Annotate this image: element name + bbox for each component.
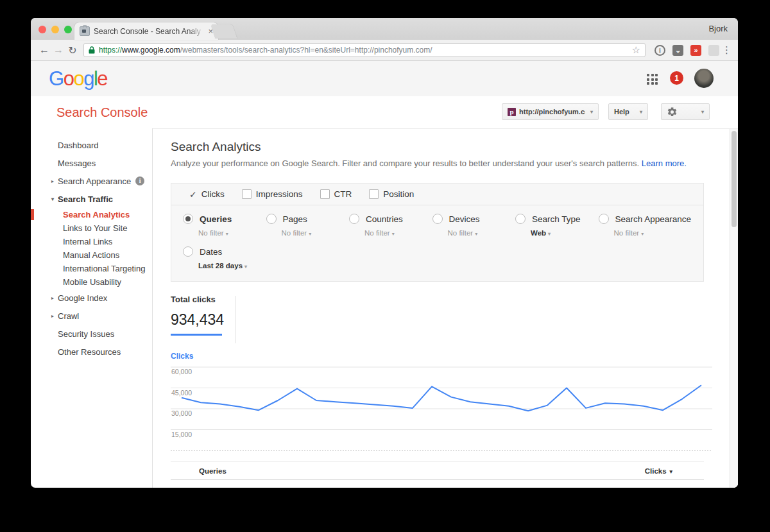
total-clicks-label: Total clicks	[171, 295, 224, 304]
filter-dropdown-dates[interactable]: Last 28 days▾	[198, 262, 703, 270]
totals-divider	[235, 296, 235, 343]
sidebar-item-security-issues[interactable]: Security Issues	[31, 325, 152, 343]
tab-strip: Search Console - Search Analy × Bjork	[31, 18, 738, 40]
dimension-label[interactable]: Pages	[283, 214, 307, 224]
scrollbar[interactable]	[730, 129, 738, 488]
sidebar-item-label: Messages	[58, 159, 96, 168]
total-clicks-card[interactable]: Total clicks 934,434	[171, 295, 224, 336]
dimension-label[interactable]: Countries	[366, 214, 403, 224]
checkbox-empty[interactable]	[369, 189, 379, 199]
checkmark-icon[interactable]: ✓	[189, 189, 197, 200]
new-tab-button[interactable]	[210, 24, 237, 39]
metric-label: Impressions	[256, 189, 303, 199]
radio-dates[interactable]	[183, 246, 193, 257]
info-icon[interactable]: i	[135, 176, 144, 185]
checkbox-empty[interactable]	[242, 189, 252, 199]
sidebar-item-mobile-usability[interactable]: Mobile Usability	[31, 275, 152, 289]
chevron-down-icon: ▾	[590, 109, 593, 115]
filter-dropdown-search-type[interactable]: Web▾	[531, 229, 599, 237]
google-logo[interactable]: Google	[49, 67, 107, 90]
radio-search-appearance[interactable]	[599, 214, 609, 224]
browser-menu-icon[interactable]: ⋮	[722, 44, 732, 56]
metric-toggle-ctr[interactable]: CTR	[320, 189, 352, 199]
browser-tab[interactable]: Search Console - Search Analy ×	[74, 22, 218, 40]
dates-row: DatesLast 28 days▾	[171, 237, 703, 270]
radio-queries[interactable]	[183, 214, 193, 224]
fastforward-extension-icon[interactable]: »	[690, 45, 701, 56]
dimension-label[interactable]: Devices	[449, 214, 480, 224]
chevron-down-icon: ▾	[226, 231, 228, 237]
avatar[interactable]	[694, 69, 714, 88]
filter-dropdown-countries[interactable]: No filter▾	[364, 229, 432, 237]
column-clicks-sort[interactable]: Clicks▼	[645, 467, 674, 475]
close-window-button[interactable]	[38, 26, 46, 33]
filter-dropdown-search-appearance[interactable]: No filter▾	[614, 229, 692, 237]
info-extension-icon[interactable]: i	[654, 45, 665, 56]
dimension-label[interactable]: Queries	[200, 214, 232, 224]
app-title[interactable]: Search Console	[56, 105, 148, 120]
gear-icon	[667, 107, 678, 117]
sidebar-item-international-targeting[interactable]: International Targeting	[31, 262, 152, 275]
settings-dropdown[interactable]: ▾	[661, 103, 710, 120]
expand-arrow-icon[interactable]: ▸	[51, 178, 54, 184]
checkbox-empty[interactable]	[320, 189, 330, 199]
chevron-down-icon: ▾	[244, 264, 247, 270]
dimension-dates: DatesLast 28 days▾	[183, 246, 703, 270]
notification-badge[interactable]: 1	[670, 71, 683, 85]
radio-countries[interactable]	[349, 214, 359, 224]
y-axis-tick-label: 60,000	[171, 368, 192, 375]
url-bar[interactable]: https://www.google.com/webmasters/tools/…	[83, 43, 646, 57]
zoom-window-button[interactable]	[64, 26, 72, 33]
dimension-label[interactable]: Search Appearance	[615, 214, 692, 224]
metric-label: CTR	[334, 189, 352, 199]
google-apps-icon[interactable]	[647, 74, 658, 85]
bookmark-star-icon[interactable]: ☆	[632, 44, 640, 56]
expand-arrow-icon[interactable]: ▸	[51, 295, 54, 301]
site-selector-dropdown[interactable]: p http://pinchofyum.com/ ▾	[502, 103, 599, 120]
sidebar-item-label: Security Issues	[58, 329, 114, 339]
sidebar-nav: DashboardMessages▸Search Appearancei▾Sea…	[31, 128, 153, 488]
sidebar-item-search-appearance[interactable]: ▸Search Appearancei	[31, 172, 152, 190]
pocket-extension-icon[interactable]: ⌄	[672, 45, 683, 56]
dimension-label[interactable]: Search Type	[532, 214, 581, 224]
chat-extension-icon[interactable]	[708, 45, 719, 56]
expand-arrow-icon[interactable]: ▸	[51, 313, 54, 319]
help-dropdown[interactable]: Help ▾	[608, 103, 648, 120]
sidebar-item-manual-actions[interactable]: Manual Actions	[31, 248, 152, 262]
scrollbar-thumb[interactable]	[732, 131, 737, 227]
sidebar-item-label: Crawl	[58, 311, 79, 321]
sidebar-item-google-index[interactable]: ▸Google Index	[31, 289, 152, 307]
filter-dropdown-queries[interactable]: No filter▾	[198, 229, 266, 237]
google-logo-letter: o	[73, 67, 83, 90]
filter-dropdown-devices[interactable]: No filter▾	[448, 229, 516, 237]
sidebar-item-dashboard[interactable]: Dashboard	[31, 136, 152, 154]
filter-value: Web	[531, 229, 546, 237]
radio-devices[interactable]	[432, 214, 443, 224]
minimize-window-button[interactable]	[51, 26, 59, 33]
browser-profile-name[interactable]: Bjork	[708, 24, 728, 33]
reload-button[interactable]: ↻	[65, 44, 80, 56]
extension-icons: i ⌄ »	[654, 45, 719, 56]
column-queries[interactable]: Queries	[199, 467, 227, 475]
filter-dropdown-pages[interactable]: No filter▾	[282, 229, 350, 237]
back-button[interactable]: ←	[37, 44, 51, 56]
radio-search-type[interactable]	[515, 214, 526, 224]
metric-toggle-position[interactable]: Position	[369, 189, 414, 199]
metric-toggle-clicks[interactable]: ✓Clicks	[189, 189, 225, 200]
metric-toggle-impressions[interactable]: Impressions	[242, 189, 303, 199]
page-title: Search Analytics	[171, 140, 261, 154]
dimension-label[interactable]: Dates	[200, 247, 222, 257]
collapse-arrow-icon[interactable]: ▾	[51, 196, 54, 202]
sidebar-item-messages[interactable]: Messages	[31, 154, 152, 172]
sidebar-item-internal-links[interactable]: Internal Links	[31, 235, 152, 248]
learn-more-link[interactable]: Learn more.	[642, 159, 687, 168]
sidebar-item-label: Internal Links	[63, 237, 112, 246]
sidebar-item-search-analytics[interactable]: Search Analytics	[31, 208, 152, 221]
sidebar-item-search-traffic[interactable]: ▾Search Traffic	[31, 190, 152, 208]
sidebar-item-crawl[interactable]: ▸Crawl	[31, 307, 152, 325]
filter-value: No filter	[614, 229, 640, 237]
sidebar-item-links-to-your-site[interactable]: Links to Your Site	[31, 221, 152, 235]
sidebar-item-other-resources[interactable]: Other Resources	[31, 343, 152, 361]
radio-pages[interactable]	[266, 214, 277, 224]
chevron-down-icon: ▾	[701, 109, 704, 115]
